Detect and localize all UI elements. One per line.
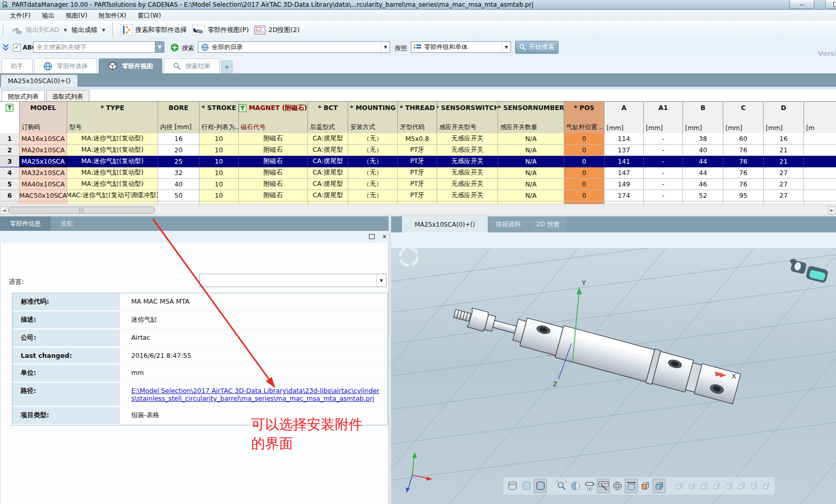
table-cell[interactable]: 44 (683, 167, 723, 179)
table-cell[interactable]: 32 (158, 167, 199, 179)
table-cell[interactable]: PT牙 (398, 145, 437, 156)
table-cell[interactable]: 16 (158, 133, 199, 145)
table-cell[interactable]: 21 (764, 145, 804, 156)
measure-table-icon[interactable] (597, 479, 610, 493)
table-cell[interactable]: 无感应开关 (437, 133, 498, 145)
language-combo-arrow[interactable]: ▼ (376, 274, 386, 287)
column-header-5[interactable]: MAGNET (附磁石)磁石代号 (239, 102, 308, 134)
column-header-13[interactable]: A1[mm] (644, 102, 683, 134)
table-cell[interactable]: PT牙 (398, 156, 437, 167)
table-cell[interactable]: 0 (564, 145, 605, 156)
orientation-cube-icon[interactable] (686, 479, 698, 493)
menu-item-0[interactable]: 文件(F) (4, 10, 36, 21)
table-row[interactable]: 3MA25x10SCAMA:迷你气缸(复动型)2510附磁石CA:摆尾型（无）P… (0, 156, 836, 167)
table-cell[interactable]: 附磁石 (239, 145, 308, 156)
table-cell[interactable]: M5x0.8 (398, 133, 437, 145)
maximize-button[interactable] (825, 0, 836, 9)
table-cell[interactable] (804, 179, 836, 190)
table-cell[interactable]: 40 (683, 145, 723, 156)
search-mode-arrow[interactable]: ▼ (502, 42, 510, 52)
abc-checkbox[interactable]: ✓ (13, 44, 21, 52)
column-header-7[interactable]: * MOUNTING安装方式 (348, 102, 398, 134)
table-cell[interactable]: 附磁石 (239, 179, 308, 190)
table-cell[interactable]: MA:迷你气缸(复动型) (67, 156, 158, 167)
table-cell[interactable]: 141 (605, 156, 644, 167)
orientation-cube-icon[interactable] (736, 479, 747, 493)
zoom-fit-icon[interactable] (555, 479, 568, 493)
stereo-glasses-icon[interactable] (786, 258, 829, 283)
add-tab-button[interactable]: + (221, 60, 233, 73)
table-cell[interactable]: MA32x10SCA (20, 167, 67, 179)
project-path-link[interactable]: E:\Model Selection\2017 AirTAC 3D-Data L… (131, 387, 379, 402)
scrollbar-thumb[interactable]: ||| (8, 207, 155, 214)
column-header-16[interactable]: D[mm] (764, 102, 804, 134)
orientation-cube-icon[interactable] (761, 479, 772, 493)
row-number-cell[interactable]: 2 (0, 145, 20, 156)
table-cell[interactable] (804, 133, 836, 145)
orientation-cube-icon[interactable] (748, 479, 760, 493)
table-cell[interactable]: - (644, 133, 683, 145)
table-cell[interactable]: 无感应开关 (437, 190, 498, 201)
tab-search-results[interactable]: 搜索结果 (164, 58, 220, 73)
table-cell[interactable]: MA25x10SCA (20, 156, 67, 167)
table-cell[interactable]: PT牙 (398, 179, 437, 190)
close-panel-icon[interactable]: ✕ (381, 233, 388, 240)
table-cell[interactable]: N/A (498, 133, 564, 145)
cylinder-model[interactable] (450, 296, 741, 406)
table-cell[interactable]: 10 (199, 145, 239, 156)
table-cell[interactable]: CA:摆尾型 (308, 156, 348, 167)
table-cell[interactable]: PT牙 (398, 167, 437, 179)
table-cell[interactable]: 0 (564, 190, 605, 201)
table-cell[interactable]: 无感应开关 (437, 179, 498, 190)
table-cell[interactable]: 0 (564, 179, 605, 190)
table-cell[interactable]: 46 (683, 179, 723, 190)
column-header-6[interactable]: * BCT后盖型式 (308, 102, 348, 134)
table-cell[interactable]: 无感应开关 (437, 167, 498, 179)
cylinder-shaded-edges-icon[interactable] (534, 479, 547, 493)
add-search-icon[interactable] (171, 43, 179, 52)
table-cell[interactable]: MA:迷你气缸(复动型) (67, 167, 158, 179)
toolbar-drag-handle[interactable] (3, 23, 6, 37)
table-cell[interactable]: N/A (498, 179, 564, 190)
column-header-8[interactable]: * THREAD牙型代码 (398, 102, 437, 134)
table-cell[interactable]: MA:迷你气缸(复动型) (67, 133, 158, 145)
part-view-button[interactable]: 零部件视图(P) (190, 23, 252, 37)
export-file-dropdown[interactable]: ▼ (100, 28, 107, 33)
table-cell[interactable]: 50 (158, 190, 199, 201)
row-number-cell[interactable]: 4 (0, 167, 20, 179)
table-cell[interactable]: 10 (199, 190, 239, 201)
table-cell[interactable]: 44 (683, 156, 723, 167)
view-cube-icon[interactable] (653, 479, 665, 493)
table-cell[interactable]: 60 (723, 133, 764, 145)
column-header-10[interactable]: * SENSORNUMBER感应开关数量 (498, 102, 564, 134)
tab-part-selection[interactable]: 零部件选择 (34, 58, 97, 73)
table-row[interactable]: 4MA32x10SCAMA:迷你气缸(复动型)3210附磁石CA:摆尾型（无）P… (0, 167, 836, 179)
column-header-1[interactable]: MODEL订购码 (20, 102, 67, 134)
info-tab-0[interactable]: 零部件信息 (0, 216, 51, 231)
table-cell[interactable]: 10 (199, 179, 239, 190)
table-cell[interactable]: 附磁石 (239, 133, 308, 145)
menu-item-2[interactable]: 视图(V) (60, 10, 93, 21)
table-cell[interactable]: N/A (498, 145, 564, 156)
restore-panel-icon[interactable] (368, 233, 375, 240)
scroll-right-arrow[interactable]: ► (828, 206, 836, 214)
table-cell[interactable]: 114 (605, 133, 644, 145)
column-header-9[interactable]: * SENSORSWITCH感应开关型号 (437, 102, 498, 134)
keyword-search-input[interactable] (33, 41, 155, 53)
table-cell[interactable]: 76 (723, 156, 764, 167)
filter-header-cell[interactable] (0, 102, 20, 134)
table-cell[interactable]: MA:迷你气缸(复动型) (67, 145, 158, 156)
table-cell[interactable]: CA:摆尾型 (308, 167, 348, 179)
table-cell[interactable]: 38 (683, 133, 723, 145)
column-header-17[interactable]: [m (804, 102, 836, 134)
start-search-button[interactable]: 开始搜索 (515, 41, 559, 54)
table-cell[interactable] (804, 145, 836, 156)
table-cell[interactable]: MAC:迷你气缸(复动可调缓冲型) (67, 190, 158, 201)
table-cell[interactable]: 无感应开关 (437, 145, 498, 156)
table-cell[interactable]: - (644, 190, 683, 201)
export-cad-dropdown[interactable]: ▼ (61, 28, 69, 33)
info-tab-1[interactable]: 装配 (51, 216, 83, 231)
table-cell[interactable]: CA:摆尾型 (308, 190, 348, 201)
viewport-3d[interactable]: Y Z X (391, 248, 836, 504)
table-cell[interactable]: 25 (158, 156, 199, 167)
